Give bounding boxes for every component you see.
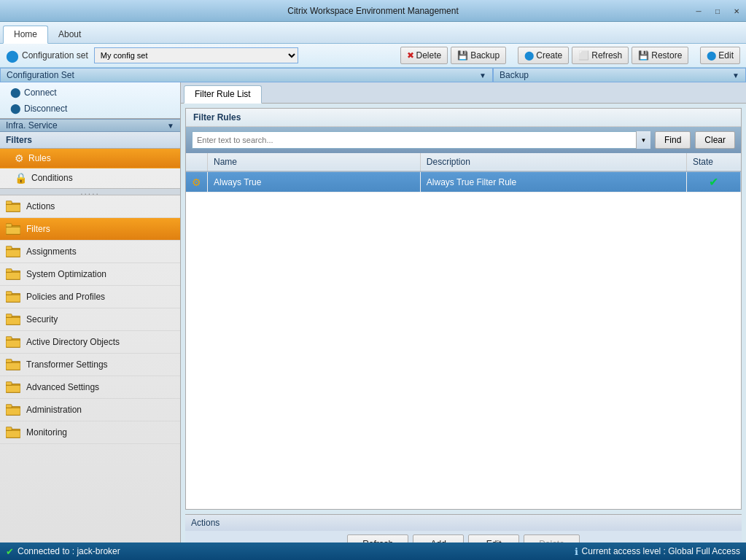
col-name-header[interactable]: Name (208, 153, 421, 171)
filter-rules-body: ▼ Find Clear (186, 127, 741, 509)
connect-button[interactable]: ⬤ Connect (3, 85, 177, 100)
col-desc-header[interactable]: Description (420, 153, 686, 171)
delete-button[interactable]: ✖ Delete (400, 47, 448, 64)
folder-icon-advanced (6, 381, 20, 393)
folder-icon-monitoring (6, 427, 20, 438)
table-header-row: Name Description State (186, 153, 741, 171)
backup-icon: 💾 (457, 50, 468, 61)
search-dropdown-button[interactable]: ▼ (636, 131, 650, 149)
minimize-button[interactable]: ─ (689, 0, 708, 22)
svg-rect-16 (6, 317, 20, 324)
backup-section-expand-icon: ▼ (732, 71, 739, 79)
status-bar: ✔ Connected to : jack-broker ℹ Current a… (0, 542, 746, 560)
config-section-label: Configuration Set (7, 70, 74, 80)
sidebar-item-policies-profiles[interactable]: Policies and Profiles (0, 286, 180, 308)
sidebar-item-rules[interactable]: ⚙ Rules (0, 149, 180, 168)
status-connected-label: Connected to : jack-broker (18, 546, 120, 556)
tab-home[interactable]: Home (3, 26, 48, 44)
svg-rect-29 (6, 405, 12, 408)
filter-rules-panel: Filter Rules ▼ Find Clear (185, 108, 742, 510)
toolbar: ⬤ Configuration set My config set ✖ Dele… (0, 44, 746, 68)
edit-toolbar-button[interactable]: ⬤ Edit (700, 47, 740, 64)
right-content: Filter Rule List Filter Rules ▼ (181, 82, 746, 560)
restore-button[interactable]: 💾 Restore (632, 47, 688, 64)
status-left: ✔ Connected to : jack-broker (6, 546, 120, 557)
table-row[interactable]: ⚙ Always True Always True Filter Rule (186, 171, 741, 192)
sidebar-item-active-directory[interactable]: Active Directory Objects (0, 331, 180, 354)
svg-rect-10 (6, 272, 20, 279)
backup-section-label: Backup (500, 70, 529, 80)
infra-service-label: Infra. Service (6, 120, 58, 131)
search-input[interactable] (192, 131, 650, 149)
refresh-toolbar-icon: ⬜ (578, 50, 589, 61)
svg-rect-1 (6, 204, 20, 211)
close-icon: ✕ (734, 7, 739, 15)
filter-rules-panel-header: Filter Rules (186, 109, 741, 127)
sidebar-item-transformer[interactable]: Transformer Settings (0, 354, 180, 376)
restore-icon: □ (715, 7, 720, 15)
folder-icon-ad (6, 336, 20, 348)
sidebar-item-monitoring[interactable]: Monitoring (0, 421, 180, 444)
content-tabs-bar: Filter Rule List (181, 82, 746, 104)
sidebar-item-system-optimization[interactable]: System Optimization (0, 263, 180, 286)
svg-rect-11 (6, 269, 12, 273)
svg-rect-25 (6, 385, 20, 392)
restore-button[interactable]: □ (708, 0, 727, 22)
disconnect-button[interactable]: ⬤ Disconnect (3, 101, 177, 116)
svg-rect-5 (6, 224, 12, 228)
section-headers: Configuration Set ▼ Backup ▼ (0, 68, 746, 82)
folder-icon-security (6, 314, 20, 325)
refresh-toolbar-button[interactable]: ⬜ Refresh (572, 47, 629, 64)
status-access-icon: ℹ (575, 546, 578, 557)
svg-rect-14 (6, 292, 12, 295)
left-sidebar: ⬤ Connect ⬤ Disconnect Infra. Service ▼ … (0, 82, 181, 560)
sidebar-item-security[interactable]: Security (0, 308, 180, 331)
sidebar-item-actions[interactable]: Actions (0, 195, 180, 218)
sidebar-item-advanced-settings[interactable]: Advanced Settings (0, 376, 180, 399)
create-button[interactable]: ⬤ Create (518, 47, 569, 64)
folder-icon-admin (6, 404, 20, 416)
svg-rect-19 (6, 340, 20, 347)
svg-rect-28 (6, 408, 20, 415)
connect-icon: ⬤ (10, 87, 21, 98)
svg-rect-31 (6, 430, 20, 438)
backup-button[interactable]: 💾 Backup (451, 47, 506, 64)
folder-icon-filters (6, 223, 20, 235)
sidebar-item-conditions[interactable]: 🔒 Conditions (0, 168, 180, 188)
sidebar-divider: ..... (0, 188, 180, 195)
config-section-expand-icon: ▼ (479, 71, 486, 79)
rules-table: Name Description State (186, 153, 741, 192)
folder-icon-actions (6, 201, 20, 212)
tab-about[interactable]: About (48, 26, 91, 43)
edit-toolbar-icon: ⬤ (707, 50, 716, 61)
tab-filter-rule-list[interactable]: Filter Rule List (184, 85, 262, 104)
sidebar-item-filters[interactable]: Filters (0, 218, 180, 241)
infra-service-icon: ▼ (167, 122, 174, 130)
folder-icon-policies (6, 291, 20, 303)
svg-rect-26 (6, 382, 12, 386)
close-button[interactable]: ✕ (727, 0, 746, 22)
window-controls: ─ □ ✕ (689, 0, 746, 22)
row-desc-cell: Always True Filter Rule (420, 171, 686, 192)
config-set-label: Configuration set (22, 50, 88, 61)
svg-rect-7 (6, 249, 20, 257)
config-set-section-header: Configuration Set ▼ (0, 68, 493, 82)
create-icon: ⬤ (524, 50, 534, 61)
svg-rect-8 (6, 246, 12, 250)
app-title: Citrix Workspace Environment Management (287, 6, 459, 16)
table-container: Name Description State (186, 153, 741, 509)
svg-rect-22 (6, 362, 20, 370)
folder-icon-transformer (6, 359, 20, 370)
clear-button[interactable]: Clear (695, 131, 735, 149)
sidebar-item-administration[interactable]: Administration (0, 399, 180, 421)
col-state-header[interactable]: State (686, 153, 741, 171)
svg-rect-17 (6, 314, 12, 318)
svg-rect-23 (6, 359, 12, 363)
folder-icon-system-opt (6, 268, 20, 280)
find-button[interactable]: Find (655, 131, 691, 149)
row-state-cell: ✔ (686, 171, 741, 192)
config-set-select[interactable]: My config set (94, 47, 298, 63)
infra-service-bar: Infra. Service ▼ (0, 119, 180, 132)
sidebar-item-assignments[interactable]: Assignments (0, 241, 180, 263)
row-name-cell: Always True (208, 171, 421, 192)
